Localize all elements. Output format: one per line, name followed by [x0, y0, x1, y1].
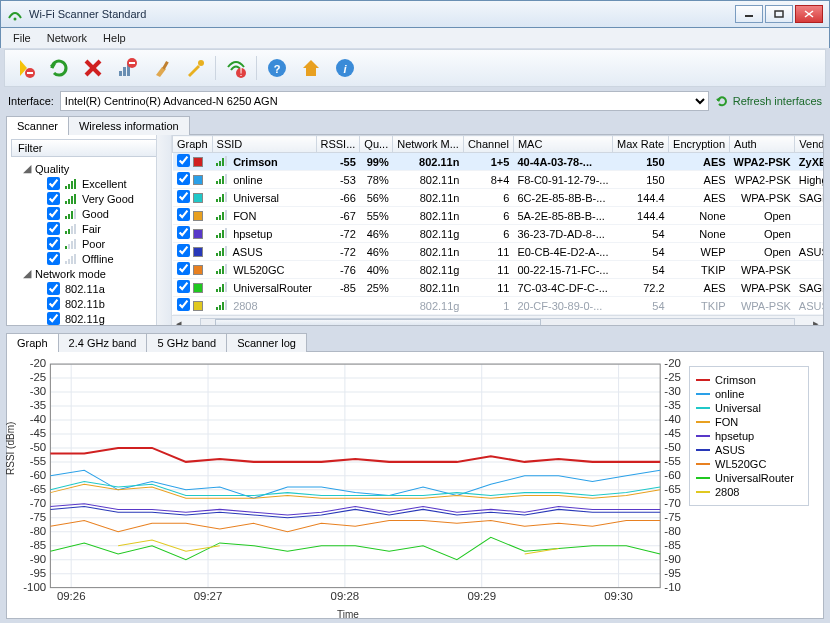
column-header[interactable]: MAC [513, 136, 612, 153]
filter-checkbox[interactable] [47, 177, 60, 190]
filter-quality-group[interactable]: ◢Quality [23, 161, 167, 176]
svg-text:09:29: 09:29 [467, 590, 496, 602]
cleanup-button[interactable] [147, 54, 175, 82]
table-row[interactable]: UniversalRouter-8525% 802.11n117C-03-4C-… [173, 279, 824, 297]
filter-netmode-item[interactable]: 802.11g [35, 311, 167, 325]
svg-text:-90: -90 [30, 553, 47, 565]
graph-checkbox[interactable] [177, 244, 190, 257]
svg-text:-50: -50 [30, 441, 47, 453]
filter-quality-item[interactable]: Offline [35, 251, 167, 266]
tab-graph[interactable]: Graph [6, 333, 59, 352]
tab-scanner-log[interactable]: Scanner log [226, 333, 307, 352]
column-header[interactable]: Qu... [360, 136, 393, 153]
graph-checkbox[interactable] [177, 262, 190, 275]
scroll-right-icon[interactable]: ▸ [809, 317, 823, 326]
table-row[interactable]: Crimson-5599% 802.11n1+540-4A-03-78-... … [173, 153, 824, 171]
scan-toggle-button[interactable] [11, 54, 39, 82]
filter-pane: Filter ◢Quality ExcellentVery GoodGoodFa… [7, 135, 172, 325]
table-row[interactable]: WL520GC-7640% 802.11g1100-22-15-71-FC-..… [173, 261, 824, 279]
info-button[interactable]: i [331, 54, 359, 82]
legend-line [696, 421, 710, 423]
graph-checkbox[interactable] [177, 208, 190, 221]
refresh-interfaces-button[interactable]: Refresh interfaces [715, 94, 822, 108]
svg-text:-70: -70 [30, 497, 47, 509]
tab-5ghz[interactable]: 5 GHz band [146, 333, 227, 352]
column-header[interactable]: Graph [173, 136, 213, 153]
column-header[interactable]: Encryption [669, 136, 730, 153]
menu-file[interactable]: File [7, 30, 37, 46]
column-header[interactable]: SSID [212, 136, 316, 153]
svg-text:-70: -70 [664, 497, 681, 509]
filter-quality-item[interactable]: Good [35, 206, 167, 221]
table-row[interactable]: hpsetup-7246% 802.11g636-23-7D-AD-8-... … [173, 225, 824, 243]
graph-checkbox[interactable] [177, 298, 190, 311]
filter-quality-item[interactable]: Fair [35, 221, 167, 236]
table-row[interactable]: 2808 802.11g120-CF-30-89-0-... 54TKIPWPA… [173, 297, 824, 315]
filter-checkbox[interactable] [47, 237, 60, 250]
table-row[interactable]: Universal-6656% 802.11n66C-2E-85-8B-B-..… [173, 189, 824, 207]
interface-select[interactable]: Intel(R) Centrino(R) Advanced-N 6250 AGN [60, 91, 709, 111]
signal-clear-button[interactable] [113, 54, 141, 82]
maximize-button[interactable] [765, 5, 793, 23]
home-button[interactable] [297, 54, 325, 82]
filter-checkbox[interactable] [47, 312, 60, 325]
graph-checkbox[interactable] [177, 226, 190, 239]
scroll-left-icon[interactable]: ◂ [172, 317, 186, 326]
filter-quality-item[interactable]: Poor [35, 236, 167, 251]
legend-item: hpsetup [696, 429, 802, 443]
menu-help[interactable]: Help [97, 30, 132, 46]
column-header[interactable]: Auth [730, 136, 795, 153]
filter-checkbox[interactable] [47, 207, 60, 220]
graph-checkbox[interactable] [177, 154, 190, 167]
window-title: Wi-Fi Scanner Standard [29, 8, 733, 20]
filter-checkbox[interactable] [47, 282, 60, 295]
filter-checkbox[interactable] [47, 297, 60, 310]
filter-scrollbar[interactable] [156, 135, 171, 325]
filter-tree: ◢Quality ExcellentVery GoodGoodFairPoorO… [11, 161, 167, 325]
filter-quality-item[interactable]: Very Good [35, 191, 167, 206]
column-header[interactable]: Network M... [393, 136, 464, 153]
column-header[interactable]: Max Rate [613, 136, 669, 153]
svg-rect-14 [162, 61, 169, 69]
svg-text:-65: -65 [30, 483, 47, 495]
table-row[interactable]: online-5378% 802.11n8+4F8-C0-91-12-79-..… [173, 171, 824, 189]
filter-checkbox[interactable] [47, 222, 60, 235]
filter-quality-item[interactable]: Excellent [35, 176, 167, 191]
rssi-chart: -20-20-25-25-30-30-35-35-40-40-45-45-50-… [15, 358, 681, 612]
svg-text:-50: -50 [664, 441, 681, 453]
close-button[interactable] [795, 5, 823, 23]
filter-netmode-item[interactable]: 802.11a [35, 281, 167, 296]
legend-item: Universal [696, 401, 802, 415]
minimize-button[interactable] [735, 5, 763, 23]
graph-checkbox[interactable] [177, 172, 190, 185]
svg-rect-9 [119, 71, 122, 76]
svg-text:-20: -20 [664, 358, 681, 369]
color-swatch [193, 301, 203, 311]
refresh-button[interactable] [45, 54, 73, 82]
svg-text:!: ! [239, 66, 242, 78]
filter-checkbox[interactable] [47, 192, 60, 205]
column-header[interactable]: Vendor [795, 136, 823, 153]
settings-button[interactable] [181, 54, 209, 82]
delete-button[interactable] [79, 54, 107, 82]
graph-checkbox[interactable] [177, 190, 190, 203]
column-header[interactable]: Channel [463, 136, 513, 153]
table-hscroll[interactable]: ◂ ▸ [172, 315, 823, 325]
help-button[interactable]: ? [263, 54, 291, 82]
table-row[interactable]: FON-6755% 802.11n65A-2E-85-8B-B-... 144.… [173, 207, 824, 225]
toolbar-separator [256, 56, 257, 80]
filter-netmode-group[interactable]: ◢Network mode [23, 266, 167, 281]
scroll-thumb[interactable] [215, 319, 541, 326]
graph-checkbox[interactable] [177, 280, 190, 293]
filter-netmode-item[interactable]: 802.11b [35, 296, 167, 311]
column-header[interactable]: RSSI... [316, 136, 360, 153]
tab-scanner[interactable]: Scanner [6, 116, 69, 135]
menu-network[interactable]: Network [41, 30, 93, 46]
table-row[interactable]: ASUS-7246% 802.11n11E0-CB-4E-D2-A-... 54… [173, 243, 824, 261]
titlebar: Wi-Fi Scanner Standard [0, 0, 830, 28]
svg-text:-100: -100 [23, 581, 46, 593]
wifi-error-button[interactable]: ! [222, 54, 250, 82]
filter-checkbox[interactable] [47, 252, 60, 265]
tab-wireless-info[interactable]: Wireless information [68, 116, 190, 135]
tab-24ghz[interactable]: 2.4 GHz band [58, 333, 148, 352]
